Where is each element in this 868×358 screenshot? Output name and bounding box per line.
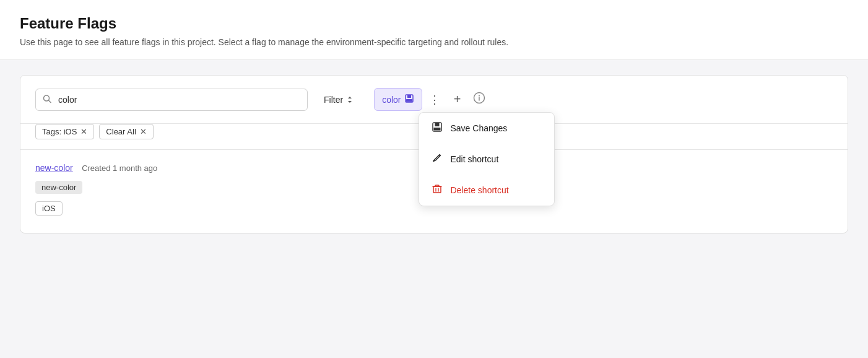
flags-card: Filter color	[20, 75, 848, 234]
svg-rect-7	[434, 128, 441, 131]
shortcut-group: color ⋮	[374, 88, 489, 111]
kebab-menu-button[interactable]: ⋮	[425, 90, 445, 110]
page-header: Feature Flags Use this page to see all f…	[0, 0, 868, 60]
add-button[interactable]: +	[447, 90, 467, 110]
delete-shortcut-label: Delete shortcut	[450, 185, 508, 195]
shortcut-label: color	[382, 95, 401, 105]
save-changes-icon	[432, 121, 443, 135]
flag-name-link[interactable]: new-color	[35, 163, 73, 173]
info-icon	[473, 92, 485, 107]
add-icon: +	[454, 92, 461, 107]
flag-env-badge: iOS	[35, 201, 63, 216]
edit-shortcut-item[interactable]: Edit shortcut	[419, 144, 554, 175]
search-input[interactable]	[35, 89, 308, 111]
page-title: Feature Flags	[20, 15, 848, 32]
info-button[interactable]	[469, 90, 489, 110]
shortcut-button[interactable]: color	[374, 88, 422, 111]
filter-label: Filter	[324, 95, 343, 105]
kebab-container: ⋮ Save Changes	[425, 90, 445, 110]
page-subtitle: Use this page to see all feature flags i…	[20, 37, 848, 47]
content-area: Filter color	[0, 60, 868, 248]
search-icon	[43, 94, 51, 105]
save-changes-item[interactable]: Save Changes	[419, 113, 554, 144]
flag-created: Created 1 month ago	[82, 164, 157, 173]
svg-rect-6	[435, 123, 440, 126]
clear-all-chip[interactable]: Clear All ✕	[99, 124, 153, 139]
filter-button[interactable]: Filter	[315, 90, 362, 110]
clear-all-label: Clear All	[106, 127, 136, 136]
svg-line-1	[49, 100, 51, 103]
edit-shortcut-icon	[432, 152, 443, 166]
flag-tag-badge: new-color	[35, 181, 82, 194]
delete-shortcut-icon	[432, 183, 443, 197]
kebab-icon: ⋮	[429, 93, 440, 107]
ios-tag-chip[interactable]: Tags: iOS ✕	[35, 124, 94, 139]
ios-tag-remove-icon[interactable]: ✕	[80, 127, 87, 136]
clear-all-icon[interactable]: ✕	[140, 127, 147, 136]
ios-tag-label: Tags: iOS	[42, 127, 77, 136]
filter-chevrons-icon	[347, 96, 353, 103]
delete-shortcut-item[interactable]: Delete shortcut	[419, 175, 554, 206]
dropdown-menu: Save Changes Edit shortcut	[419, 112, 555, 206]
svg-rect-4	[406, 99, 412, 102]
edit-shortcut-label: Edit shortcut	[450, 154, 498, 164]
svg-point-14	[479, 95, 480, 97]
save-icon	[404, 94, 414, 105]
search-wrapper	[35, 89, 308, 111]
svg-rect-8	[433, 186, 441, 193]
save-changes-label: Save Changes	[450, 123, 507, 133]
toolbar: Filter color	[20, 76, 848, 124]
svg-rect-3	[407, 95, 411, 98]
